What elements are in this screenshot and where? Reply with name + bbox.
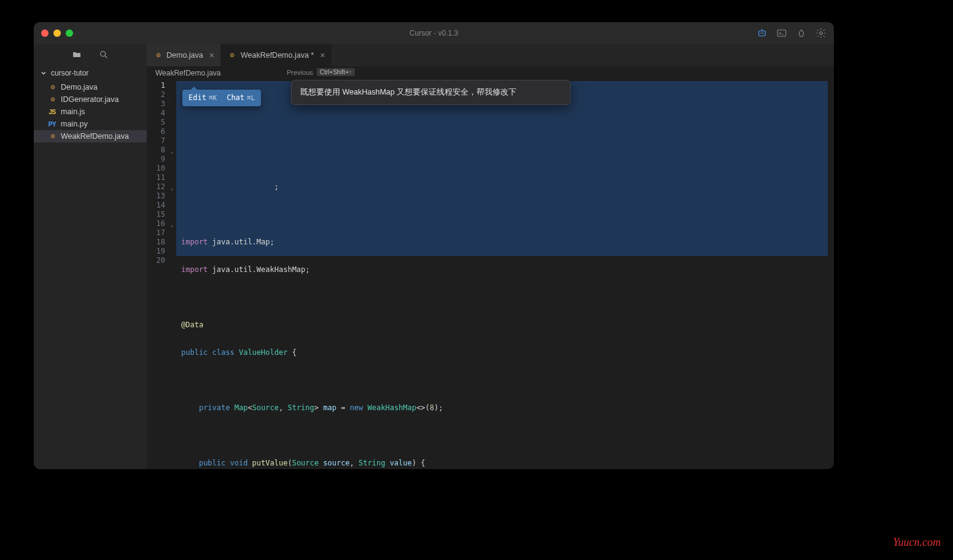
prev-kbd: Ctrl+Shift+↑ <box>317 68 355 76</box>
sidebar-toolbar <box>34 44 147 66</box>
sidebar: cursor-tutor ⚙Demo.java ⚙IDGenerator.jav… <box>34 44 147 469</box>
file-item-weakrefdemo[interactable]: ⚙WeakRefDemo.java <box>34 130 147 142</box>
file-name: main.js <box>61 107 85 116</box>
ai-prompt-text: 既想要使用 WeakHashMap 又想要保证线程安全，帮我修改下 <box>300 88 516 96</box>
line-number: 1 <box>147 81 176 90</box>
folder-icon[interactable] <box>72 50 82 61</box>
java-icon: ⚙ <box>227 52 237 58</box>
close-icon[interactable]: × <box>320 50 325 60</box>
line-number: 6 <box>147 127 176 136</box>
titlebar: Cursor - v0.1.3 <box>34 22 834 44</box>
breadcrumb-bar: WeakRefDemo.java Previous Ctrl+Shift+↑ <box>147 66 834 80</box>
settings-icon[interactable] <box>815 28 827 39</box>
editor-area: ⚙ Demo.java × ⚙ WeakRefDemo.java * × Wea… <box>147 44 834 469</box>
file-item-demo[interactable]: ⚙Demo.java <box>34 81 147 93</box>
line-number: 5 <box>147 118 176 127</box>
file-name: WeakRefDemo.java <box>61 132 129 141</box>
main-body: cursor-tutor ⚙Demo.java ⚙IDGenerator.jav… <box>34 44 834 469</box>
tab-demo[interactable]: ⚙ Demo.java × <box>147 44 221 66</box>
line-number: 14 <box>147 201 176 210</box>
file-item-mainjs[interactable]: JSmain.js <box>34 106 147 118</box>
file-name: IDGenerator.java <box>61 95 119 104</box>
line-number: 3 <box>147 99 176 109</box>
search-icon[interactable] <box>99 50 109 61</box>
close-icon[interactable]: × <box>209 50 214 60</box>
svg-rect-0 <box>759 31 766 36</box>
edit-button[interactable]: Edit⌘K <box>184 92 222 104</box>
svg-point-2 <box>763 33 764 34</box>
gutter: 1 2 3 4 5 6 7 8⌄ 9 10 11 12⌄ 13 14 15 16… <box>147 80 176 469</box>
file-list: ⚙Demo.java ⚙IDGenerator.java JSmain.js P… <box>34 80 147 142</box>
maximize-window-button[interactable] <box>66 29 73 37</box>
tabs-bar: ⚙ Demo.java × ⚙ WeakRefDemo.java * × <box>147 44 834 66</box>
inline-actions-pill: Edit⌘K Chat⌘L <box>182 90 261 106</box>
svg-point-6 <box>820 32 823 35</box>
java-icon: ⚙ <box>47 96 57 103</box>
tab-weakrefdemo[interactable]: ⚙ WeakRefDemo.java * × <box>221 44 332 66</box>
minimize-window-button[interactable] <box>53 29 61 37</box>
py-icon: PY <box>47 121 57 128</box>
traffic-lights <box>41 29 73 37</box>
line-number: 8⌄ <box>147 146 176 155</box>
svg-line-8 <box>105 56 107 58</box>
line-number: 11 <box>147 173 176 182</box>
prev-hint[interactable]: Previous Ctrl+Shift+↑ <box>287 68 355 76</box>
line-number: 7 <box>147 136 176 146</box>
terminal-icon[interactable] <box>776 28 787 39</box>
js-icon: JS <box>47 109 57 115</box>
svg-rect-4 <box>777 30 786 37</box>
ai-prompt-popup[interactable]: 既想要使用 WeakHashMap 又想要保证线程安全，帮我修改下 <box>291 80 570 105</box>
watermark: Yuucn.com <box>893 536 941 549</box>
selection-highlight <box>176 81 828 256</box>
line-number: 12⌄ <box>147 182 176 192</box>
line-number: 18 <box>147 238 176 247</box>
code-pane[interactable]: 1 2 3 4 5 6 7 8⌄ 9 10 11 12⌄ 13 14 15 16… <box>147 80 834 469</box>
line-number: 15 <box>147 210 176 219</box>
app-window: Cursor - v0.1.3 cursor-tutor ⚙Demo.java … <box>34 22 834 469</box>
chevron-down-icon <box>40 69 47 77</box>
svg-point-1 <box>761 33 762 34</box>
svg-point-7 <box>101 51 106 56</box>
java-icon: ⚙ <box>47 133 57 139</box>
project-header[interactable]: cursor-tutor <box>34 66 147 80</box>
file-name: main.py <box>61 120 88 128</box>
line-number: 19 <box>147 247 176 256</box>
line-number: 20 <box>147 256 176 265</box>
line-number: 9 <box>147 155 176 164</box>
line-number: 10 <box>147 164 176 173</box>
chat-button[interactable]: Chat⌘L <box>222 92 260 104</box>
titlebar-actions <box>757 28 827 39</box>
file-name: Demo.java <box>61 83 98 91</box>
breadcrumb[interactable]: WeakRefDemo.java <box>155 69 221 77</box>
feedback-icon[interactable] <box>796 28 807 39</box>
prev-label: Previous <box>287 69 313 76</box>
window-title: Cursor - v0.1.3 <box>410 29 458 37</box>
java-icon: ⚙ <box>153 52 163 58</box>
code-content[interactable]: Edit⌘K Chat⌘L 既想要使用 WeakHashMap 又想要保证线程安… <box>176 80 834 469</box>
file-item-mainpy[interactable]: PYmain.py <box>34 118 147 130</box>
close-window-button[interactable] <box>41 29 49 37</box>
line-number: 17 <box>147 228 176 238</box>
file-item-idgenerator[interactable]: ⚙IDGenerator.java <box>34 93 147 106</box>
line-number: 13 <box>147 192 176 201</box>
project-name: cursor-tutor <box>51 69 88 77</box>
java-icon: ⚙ <box>47 84 57 90</box>
tab-label: Demo.java <box>166 51 203 60</box>
line-number: 2 <box>147 90 176 99</box>
line-number: 16⌄ <box>147 219 176 228</box>
line-number: 4 <box>147 109 176 118</box>
tab-label: WeakRefDemo.java * <box>241 51 314 60</box>
ai-icon[interactable] <box>757 28 768 39</box>
